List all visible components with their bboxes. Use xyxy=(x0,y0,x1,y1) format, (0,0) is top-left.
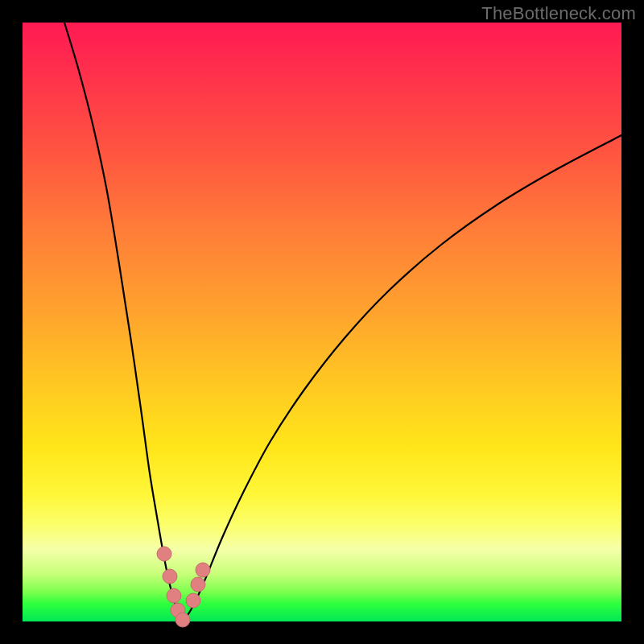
marker-dot xyxy=(186,593,200,608)
outer-frame: TheBottleneck.com xyxy=(0,0,644,644)
marker-dot xyxy=(163,569,177,584)
bottleneck-curve xyxy=(64,23,621,618)
marker-dot xyxy=(175,613,190,627)
marker-cluster xyxy=(157,547,210,627)
marker-dot xyxy=(196,563,210,577)
marker-dot xyxy=(167,588,181,603)
watermark-text: TheBottleneck.com xyxy=(481,3,636,24)
plot-area xyxy=(23,23,621,621)
curve-svg xyxy=(23,23,621,621)
marker-dot xyxy=(157,547,171,561)
marker-dot xyxy=(191,577,205,592)
